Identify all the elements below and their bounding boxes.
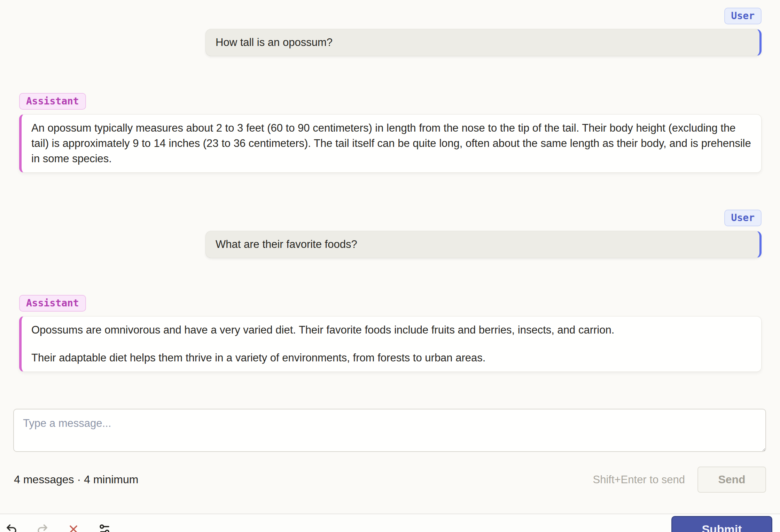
bottom-toolbar: Submit bbox=[0, 514, 780, 532]
role-badge-user: User bbox=[724, 8, 762, 24]
role-badge-assistant: Assistant bbox=[19, 295, 86, 312]
assistant-message-text: Opossums are omnivorous and have a very … bbox=[31, 322, 751, 338]
composer-footer-right: Shift+Enter to send Send bbox=[593, 467, 766, 493]
assistant-message-bubble: An opossum typically measures about 2 to… bbox=[19, 114, 762, 173]
message-row-user: User How tall is an opossum? bbox=[19, 8, 762, 56]
clear-icon bbox=[67, 523, 80, 532]
message-row-assistant: Assistant An opossum typically measures … bbox=[19, 93, 762, 173]
user-message-text: What are their favorite foods? bbox=[216, 237, 750, 252]
send-button[interactable]: Send bbox=[697, 467, 766, 493]
message-count-status: 4 messages · 4 minimum bbox=[14, 473, 138, 486]
composer-footer: 4 messages · 4 minimum Shift+Enter to se… bbox=[14, 467, 766, 493]
message-row-user: User What are their favorite foods? bbox=[19, 210, 762, 258]
user-message-text: How tall is an opossum? bbox=[216, 35, 750, 50]
message-input[interactable] bbox=[13, 409, 766, 452]
redo-button[interactable] bbox=[35, 522, 50, 532]
role-badge-user: User bbox=[724, 210, 762, 226]
undo-button[interactable] bbox=[4, 522, 19, 532]
settings-icon bbox=[98, 523, 111, 532]
clear-button[interactable] bbox=[66, 522, 81, 532]
assistant-message-text: Their adaptable diet helps them thrive i… bbox=[31, 350, 751, 366]
user-message-bubble: What are their favorite foods? bbox=[205, 231, 762, 258]
undo-icon bbox=[5, 523, 18, 532]
submit-button[interactable]: Submit bbox=[671, 516, 772, 532]
chat-transcript: User How tall is an opossum? Assistant A… bbox=[0, 0, 780, 372]
send-shortcut-hint: Shift+Enter to send bbox=[593, 474, 685, 486]
composer bbox=[13, 409, 767, 453]
settings-button[interactable] bbox=[97, 522, 112, 532]
message-row-assistant: Assistant Opossums are omnivorous and ha… bbox=[19, 295, 762, 372]
assistant-message-text: An opossum typically measures about 2 to… bbox=[31, 120, 751, 166]
assistant-message-bubble: Opossums are omnivorous and have a very … bbox=[19, 316, 762, 372]
user-message-bubble: How tall is an opossum? bbox=[205, 29, 762, 56]
redo-icon bbox=[36, 523, 49, 532]
role-badge-assistant: Assistant bbox=[19, 93, 86, 110]
